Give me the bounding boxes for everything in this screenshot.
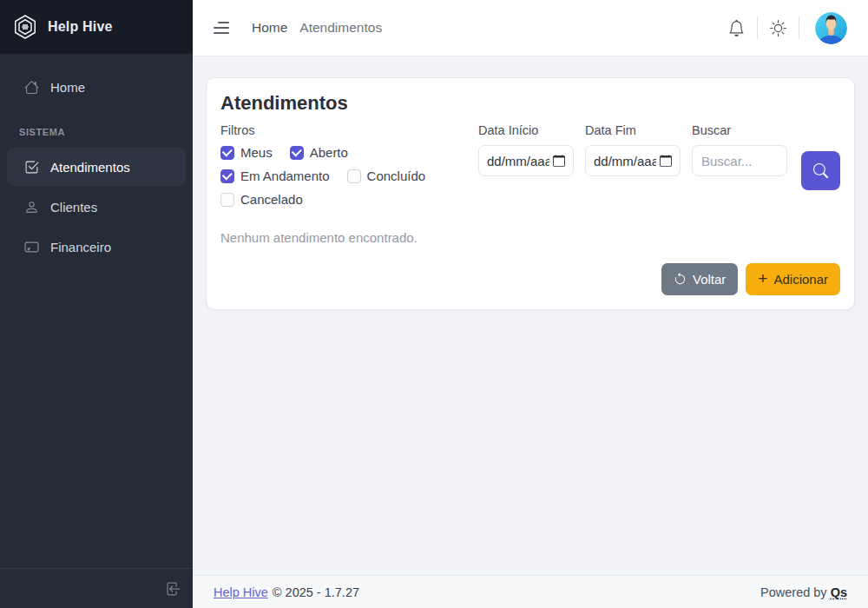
filter-checkbox-concluido[interactable]: Concluído [347, 169, 426, 183]
collapse-sidebar-icon[interactable] [165, 580, 182, 598]
page-title: Atendimentos [220, 92, 840, 115]
sidebar-item-atendimentos[interactable]: Atendimentos [7, 148, 186, 186]
checkbox-label: Aberto [310, 145, 348, 160]
checkbox-label: Cancelado [240, 192, 303, 207]
footer: Help Hive © 2025 - 1.7.27 Powered by Qs [193, 575, 868, 608]
notifications-bell-icon[interactable] [728, 20, 745, 36]
credit-card-icon [24, 240, 39, 254]
filter-row: Filtros Meus Aberto Em Andamento [220, 123, 840, 207]
brand-name: Help Hive [48, 19, 113, 35]
topbar: Home Atendimentos [193, 0, 868, 56]
filters-label: Filtros [220, 123, 467, 137]
sidebar-item-home[interactable]: Home [7, 68, 186, 106]
powered-brand-link[interactable]: Qs [831, 585, 847, 599]
footer-version: © 2025 - 1.7.27 [273, 585, 359, 599]
date-end-label: Data Fim [585, 123, 681, 137]
adicionar-button[interactable]: + Adicionar [746, 263, 840, 295]
powered-by-text: Powered by [760, 585, 827, 599]
footer-powered: Powered by Qs [760, 585, 847, 599]
check-square-icon [24, 160, 39, 175]
sidebar-brand[interactable]: Help Hive [0, 0, 193, 54]
divider [757, 17, 758, 39]
divider [799, 17, 799, 39]
menu-toggle-icon[interactable] [214, 22, 229, 34]
content-area: Atendimentos Filtros Meus Aberto [193, 56, 868, 575]
checkbox-icon[interactable] [220, 146, 234, 160]
breadcrumb: Home Atendimentos [252, 20, 382, 36]
home-icon [24, 80, 39, 95]
footer-left: Help Hive © 2025 - 1.7.27 [214, 585, 359, 599]
sidebar-item-label: Financeiro [50, 240, 111, 254]
search-input[interactable] [692, 145, 787, 176]
adicionar-label: Adicionar [773, 272, 828, 287]
checkbox-label: Concluído [367, 169, 426, 183]
checkbox-label: Em Andamento [240, 169, 330, 183]
sidebar-footer [0, 568, 193, 608]
calendar-icon[interactable] [660, 155, 672, 167]
theme-toggle-sun-icon[interactable] [770, 20, 786, 36]
sidebar-section-label: SISTEMA [0, 108, 193, 146]
date-start-group: Data Início dd/mm/aaaa [478, 123, 574, 176]
filter-checkbox-em-andamento[interactable]: Em Andamento [220, 169, 330, 183]
calendar-icon[interactable] [553, 155, 565, 167]
sidebar-item-financeiro[interactable]: Financeiro [7, 228, 186, 266]
date-end-group: Data Fim dd/mm/aaaa [585, 123, 681, 176]
voltar-button[interactable]: Voltar [661, 263, 738, 295]
atendimentos-card: Atendimentos Filtros Meus Aberto [206, 77, 855, 310]
checkbox-icon[interactable] [220, 193, 234, 207]
checkbox-icon[interactable] [290, 146, 304, 160]
filter-checkbox-aberto[interactable]: Aberto [290, 145, 348, 160]
filter-checkbox-cancelado[interactable]: Cancelado [220, 192, 303, 207]
user-avatar[interactable] [815, 12, 847, 44]
sidebar-item-clientes[interactable]: Clientes [7, 188, 186, 226]
filter-checkboxes: Meus Aberto Em Andamento Concluído [220, 145, 467, 207]
date-start-input[interactable]: dd/mm/aaaa [478, 145, 574, 176]
checkbox-icon[interactable] [220, 169, 234, 183]
empty-state-message: Nenhum atendimento encontrado. [220, 230, 840, 245]
undo-arrow-icon [674, 273, 687, 286]
sidebar-nav: Home SISTEMA Atendimentos Clientes [0, 54, 193, 568]
person-icon [24, 200, 39, 215]
checkbox-label: Meus [240, 145, 273, 160]
breadcrumb-current: Atendimentos [299, 20, 382, 36]
search-group: Buscar [692, 123, 787, 176]
filters-block: Filtros Meus Aberto Em Andamento [220, 123, 467, 207]
sidebar-item-label: Home [50, 80, 85, 95]
checkbox-icon[interactable] [347, 169, 361, 183]
date-start-label: Data Início [478, 123, 574, 137]
date-placeholder: dd/mm/aaaa [594, 154, 656, 169]
footer-brand-link[interactable]: Help Hive [214, 585, 268, 599]
plus-icon: + [758, 270, 767, 287]
date-placeholder: dd/mm/aaaa [487, 154, 549, 169]
voltar-label: Voltar [693, 272, 726, 287]
card-actions: Voltar + Adicionar [220, 263, 840, 295]
main-column: Home Atendimentos [193, 0, 868, 608]
sidebar-item-label: Clientes [50, 200, 97, 215]
sidebar: Help Hive Home SISTEMA Atendimentos [0, 0, 193, 608]
date-end-input[interactable]: dd/mm/aaaa [585, 145, 681, 176]
search-icon [813, 163, 828, 178]
search-button[interactable] [801, 151, 840, 190]
filter-checkbox-meus[interactable]: Meus [220, 145, 273, 160]
breadcrumb-home[interactable]: Home [252, 20, 287, 36]
sidebar-item-label: Atendimentos [50, 160, 130, 175]
search-label: Buscar [692, 123, 787, 137]
help-hive-logo-icon [12, 14, 38, 40]
